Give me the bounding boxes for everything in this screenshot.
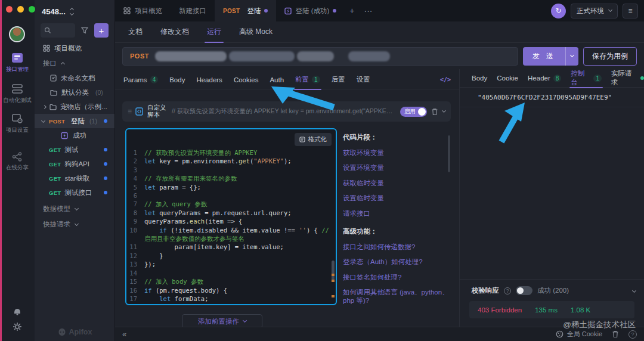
drag-handle[interactable]: ≡ <box>128 107 131 116</box>
tab-doc[interactable]: 文档 <box>128 21 143 43</box>
redacted-url-segment <box>348 51 390 61</box>
settings-button[interactable] <box>0 322 35 331</box>
unsaved-dot <box>104 191 107 194</box>
send-options-caret[interactable] <box>565 47 578 66</box>
request-bar: POST 发 送 保存为用例 <box>115 43 644 69</box>
recycle-bin-button[interactable] <box>612 330 619 338</box>
project-switcher[interactable]: 4548... <box>35 0 114 18</box>
sync-icon: ↻ <box>555 7 561 15</box>
section-api[interactable]: 接口 <box>35 55 114 71</box>
rail-item-label: 在线分享 <box>0 164 35 172</box>
editor-scrollbar[interactable] <box>332 261 335 281</box>
code-view-icon[interactable]: </> <box>440 76 451 83</box>
minimize-window-button[interactable] <box>17 6 24 13</box>
sync-button[interactable]: ↻ <box>551 4 566 18</box>
filter-icon <box>81 27 88 34</box>
tab-post-processors[interactable]: 后置 <box>332 70 345 89</box>
advanced-link[interactable]: 接口之间如何传递数据? <box>343 243 449 251</box>
format-button[interactable]: 格式化 <box>295 133 332 146</box>
sidebar-item-project-overview[interactable]: 项目概览 <box>35 41 114 55</box>
close-window-button[interactable] <box>6 6 13 13</box>
custom-script-header[interactable]: ≡ 自定义脚本 // 获取预先设置为环境变量的 APPKEY let key =… <box>122 101 451 122</box>
zoom-window-button[interactable] <box>29 6 35 13</box>
tree-item-test-api[interactable]: GET 测试 <box>35 142 114 157</box>
tab-project-overview[interactable]: 项目概览 <box>115 0 171 21</box>
notifications-button[interactable] <box>0 307 35 316</box>
tree-item-star-api[interactable]: GET star获取 <box>35 171 114 185</box>
snippet-link[interactable]: 设置临时变量 <box>343 194 449 202</box>
tab-response-body[interactable]: Body <box>472 69 487 88</box>
tree-item-default-folder[interactable]: 默认分类 (0) <box>35 85 114 100</box>
snippet-link[interactable]: 获取临时变量 <box>343 179 449 187</box>
save-as-case-button[interactable]: 保存为用例 <box>583 47 637 66</box>
search-input[interactable] <box>41 23 75 38</box>
tree-item-unnamed-doc[interactable]: 未命名文档 <box>35 71 114 85</box>
tab-pre-processors[interactable]: 前置1 <box>295 70 320 89</box>
rail-item-online-share[interactable]: 在线分享 <box>0 152 35 172</box>
add-api-button[interactable]: + <box>94 23 109 38</box>
tab-settings[interactable]: 设置 <box>357 70 370 89</box>
tree-item-test-interface[interactable]: GET 测试接口 <box>35 185 114 200</box>
rail-item-auto-test[interactable]: 自动化测试 <box>0 83 35 104</box>
advanced-link[interactable]: 如何调用其他语言 (java、python、php 等)? <box>343 288 449 305</box>
toggle-knob <box>418 108 426 116</box>
help-button[interactable]: ? <box>628 330 637 339</box>
collapse-sidebar-button[interactable]: « <box>122 330 126 339</box>
tab-login-api[interactable]: POST 登陆 <box>215 0 276 21</box>
tab-response-header[interactable]: Header8 <box>528 69 561 88</box>
tree-item-dog-api[interactable]: GET 狗狗API <box>35 157 114 171</box>
apifox-app-window: 接口管理 自动化测试 项目设置 在线分享 <box>0 0 644 341</box>
snippet-link[interactable]: 请求接口 <box>343 209 449 218</box>
environment-selector[interactable]: 正式环境 <box>571 4 618 18</box>
add-tab-button[interactable]: + <box>345 0 359 21</box>
tab-auth[interactable]: Auth <box>270 70 284 89</box>
tree-item-label: star获取 <box>64 174 89 183</box>
tree-item-petstore-folder[interactable]: 宠物店（示例... <box>35 100 114 114</box>
chevron-down-icon <box>608 8 612 12</box>
section-data-models[interactable]: 数据模型 <box>35 201 114 216</box>
test-case-icon <box>61 132 68 140</box>
section-quick-request[interactable]: 快捷请求 <box>35 216 114 232</box>
rail-item-api-manage[interactable]: 接口管理 <box>0 52 35 73</box>
tab-login-success-case[interactable]: 登陆 (成功) <box>276 0 345 21</box>
unsaved-dot <box>104 162 107 166</box>
response-result-card: 403 Forbidden 135 ms 1.08 K <box>469 301 634 318</box>
green-dot <box>640 76 644 80</box>
advanced-link[interactable]: 登录态（Auth）如何处理? <box>343 258 449 266</box>
tab-headers[interactable]: Headers <box>196 70 222 89</box>
tab-edit-doc[interactable]: 修改文档 <box>160 21 189 43</box>
apifox-logo-text: Apifox <box>69 328 92 336</box>
send-button[interactable]: 发 送 <box>523 47 578 66</box>
more-tabs-button[interactable]: ··· <box>359 0 377 21</box>
script-code-editor[interactable]: 格式化 1// 获取预先设置为环境变量的 APPKEY2let key = pm… <box>125 128 337 305</box>
collapse-script-button[interactable] <box>442 111 445 112</box>
global-cookie-button[interactable]: 全局 Cookie <box>556 330 602 339</box>
tree-item-login-api[interactable]: POST 登陆 (1) <box>35 114 114 128</box>
request-url-input[interactable]: POST <box>122 47 518 66</box>
filter-button[interactable] <box>79 23 91 38</box>
delete-script-button[interactable] <box>431 108 438 116</box>
tab-body[interactable]: Body <box>169 70 185 89</box>
tab-run[interactable]: 运行 <box>207 21 221 43</box>
avatar[interactable] <box>9 26 25 42</box>
snippet-link[interactable]: 设置环境变量 <box>343 163 449 172</box>
tree-item-success-case[interactable]: 成功 <box>35 128 114 142</box>
tab-new-api[interactable]: 新建接口 <box>171 0 215 21</box>
tab-actual-request[interactable]: 实际请求 <box>611 69 644 88</box>
enable-toggle[interactable]: 启用 <box>400 107 427 117</box>
tab-cookies[interactable]: Cookies <box>234 70 259 89</box>
response-size: 1.08 K <box>571 306 590 314</box>
api-manage-icon <box>0 52 35 63</box>
pre-count-badge: 1 <box>312 76 320 83</box>
snippet-link[interactable]: 获取环境变量 <box>343 148 449 157</box>
menu-button[interactable]: ≡ <box>623 4 638 18</box>
tab-params[interactable]: Params4 <box>123 70 158 89</box>
snippets-scrollbar[interactable] <box>448 135 450 172</box>
tab-response-cookie[interactable]: Cookie <box>497 69 518 88</box>
left-icon-rail: 接口管理 自动化测试 项目设置 在线分享 <box>0 0 35 341</box>
validate-toggle[interactable] <box>516 286 532 295</box>
tab-console[interactable]: 控制台1 <box>571 69 601 88</box>
advanced-link[interactable]: 接口签名如何处理? <box>343 273 449 281</box>
rail-item-project-settings[interactable]: 项目设置 <box>0 113 35 134</box>
tab-advanced-mock[interactable]: 高级 Mock <box>239 21 273 43</box>
